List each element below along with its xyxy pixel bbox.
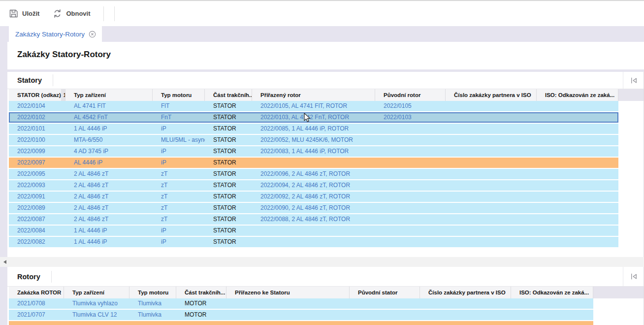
section-divider — [623, 72, 623, 89]
column-header-typ-motoru[interactable]: Typ motoru — [129, 287, 176, 298]
table-row[interactable]: 2022/0102 AL 4542 FnT FnT STATOR 2022/01… — [9, 112, 618, 124]
statory-collapse-button[interactable] — [629, 76, 644, 85]
table-row[interactable] — [9, 321, 593, 325]
table-row[interactable]: 2022/0084 1 AL 4446 iP iP STATOR — [9, 226, 618, 237]
cell-stator-link[interactable]: 2022/0089 — [9, 202, 65, 214]
cell-stator-link[interactable]: 2022/0102 — [9, 112, 65, 123]
cell-prirazeny-rotor[interactable]: 2022/0088, 2 AL 4846 zT, ROTOR — [252, 214, 375, 225]
cell-typ-motoru[interactable]: Tlumivka — [129, 309, 176, 321]
cell-typ-zarizeni[interactable]: 2 AL 4846 zT — [65, 180, 153, 191]
cell-prirazeny-rotor[interactable]: 2022/0092, 2 AL 4846 zT, ROTOR — [252, 191, 375, 202]
tab-close-icon[interactable] — [89, 31, 96, 38]
cell-prirazeny-rotor[interactable]: 2022/0094, 2 AL 4846 zT, ROTOR — [252, 180, 375, 191]
cell-stator-link[interactable]: 2022/0104 — [9, 101, 65, 112]
cell-typ-zarizeni[interactable]: 1 AL 4446 iP — [65, 225, 153, 236]
cell-prirazeny-rotor[interactable]: 2022/0103, AL 4542 FnT, ROTOR — [252, 112, 375, 123]
cell-typ-motoru[interactable]: zT — [153, 168, 205, 180]
table-row[interactable]: 2022/0082 1 AL 4446 iP iP STATOR — [9, 237, 618, 248]
table-row[interactable]: 2021/0708 Tlumivka vyhlazo Tlumivka MOTO… — [9, 298, 593, 310]
cell-stator-link[interactable]: 2022/0093 — [9, 180, 65, 191]
cell-typ-motoru[interactable]: iP — [153, 157, 205, 168]
scroll-left-icon[interactable] — [3, 260, 6, 264]
cell-stator-link[interactable]: 2022/0084 — [9, 225, 65, 236]
cell-typ-zarizeni[interactable]: 1 AL 4446 iP — [65, 123, 153, 134]
table-row[interactable]: 2022/0089 2 AL 4846 zT zT STATOR 2022/00… — [9, 203, 618, 214]
column-header-cast-trakcniho[interactable]: Část trakčníh... — [176, 287, 226, 298]
cell-prirazeny-rotor[interactable]: 2022/0083, 1 AL 4446 iP, ROTOR — [252, 146, 375, 157]
cell-prirazeny-rotor[interactable]: 2022/0105, AL 4741 FlT, ROTOR — [252, 101, 375, 112]
column-header-prirazeno-ke-statoru[interactable]: Přiřazeno ke Statoru — [226, 287, 350, 298]
cell-rotor-link[interactable]: 2021/0708 — [9, 298, 64, 309]
rotory-collapse-button[interactable] — [629, 272, 644, 281]
column-header-typ-zarizeni[interactable]: Typ zařízení — [65, 89, 153, 101]
cell-stator-link[interactable]: 2022/0100 — [9, 134, 65, 146]
column-header-cast-trakcniho[interactable]: Část trakčníh... — [205, 89, 252, 101]
cell-typ-motoru[interactable]: Tlumivka — [129, 298, 176, 309]
cell-stator-link[interactable]: 2022/0101 — [9, 123, 65, 134]
column-header-iso-odkazovan[interactable]: ISO: Odkazován ze zaká... — [537, 89, 618, 101]
cell-typ-motoru[interactable]: zT — [153, 202, 205, 214]
cell-prirazeny-rotor[interactable]: 2022/0090, 2 AL 4846 zT, ROTOR — [252, 202, 375, 214]
table-row[interactable]: 2022/0104 AL 4741 FlT FlT STATOR 2022/01… — [9, 101, 618, 112]
column-header-cislo-zakazky-iso[interactable]: Číslo zakázky partnera v ISO — [446, 89, 537, 101]
cell-rotor-link[interactable]: 2021/0707 — [9, 309, 64, 321]
cell-typ-zarizeni[interactable]: MTA-6/550 — [65, 134, 153, 146]
cell-typ-zarizeni[interactable]: 2 AL 4846 zT — [65, 168, 153, 180]
horizontal-scrollbar[interactable] — [0, 257, 644, 267]
cell-typ-motoru[interactable]: FlT — [153, 101, 205, 112]
column-header-stator-odkaz[interactable]: STATOR (odkaz) 1 — [9, 89, 65, 101]
cell-typ-motoru[interactable]: iP — [153, 123, 205, 134]
refresh-button[interactable]: Obnovit — [52, 8, 90, 19]
cell-prirazeny-rotor[interactable]: 2022/0085, 1 AL 4446 iP, ROTOR — [252, 123, 375, 134]
table-row[interactable]: 2022/0093 2 AL 4846 zT zT STATOR 2022/00… — [9, 180, 618, 192]
cell-typ-motoru[interactable]: MLU/5ML - asynch — [153, 134, 205, 146]
cell-puvodni-rotor[interactable]: 2022/0103 — [375, 112, 446, 123]
title-section: Zakázky Statory-Rotory — [7, 42, 644, 69]
cell-typ-motoru[interactable]: zT — [153, 180, 205, 191]
cell-stator-link[interactable]: 2022/0091 — [9, 191, 65, 202]
cell-typ-zarizeni[interactable]: 2 AL 4846 zT — [65, 191, 153, 202]
table-row[interactable]: 2021/0707 Tlumivka CLV 12 Tlumivka MOTOR — [9, 310, 593, 321]
cell-typ-motoru[interactable]: FnT — [153, 112, 205, 123]
table-row[interactable]: 2022/0087 2 AL 4846 zT zT STATOR 2022/00… — [9, 214, 618, 226]
column-header-typ-motoru[interactable]: Typ motoru — [153, 89, 205, 101]
cell-prirazeny-rotor[interactable]: 2022/0052, MLU 4245K/6, MOTOR — [252, 134, 375, 146]
table-row[interactable]: 2022/0095 2 AL 4846 zT zT STATOR 2022/00… — [9, 169, 618, 180]
sort-badge[interactable]: 1 — [61, 89, 65, 101]
cell-typ-motoru[interactable]: iP — [153, 225, 205, 236]
save-button[interactable]: Uložit — [8, 8, 39, 19]
cell-typ-motoru[interactable]: zT — [153, 214, 205, 225]
table-row[interactable]: 2022/0101 1 AL 4446 iP iP STATOR 2022/00… — [9, 124, 618, 135]
table-row[interactable]: 2022/0100 MTA-6/550 MLU/5ML - asynch STA… — [9, 135, 618, 146]
cell-typ-zarizeni[interactable]: AL 4542 FnT — [65, 112, 153, 123]
cell-typ-zarizeni[interactable]: 2 AL 4846 zT — [65, 214, 153, 225]
table-row[interactable]: 2022/0091 2 AL 4846 zT zT STATOR 2022/00… — [9, 192, 618, 203]
column-header-iso-odkazovan[interactable]: ISO: Odkazován ze zaká... — [511, 287, 593, 298]
table-row[interactable]: 2022/0097 AL 4446 iP iP STATOR — [9, 158, 618, 169]
column-header-puvodni-rotor[interactable]: Původní rotor — [375, 89, 446, 101]
cell-prirazeny-rotor[interactable]: 2022/0096, 2 AL 4846 zT, ROTOR — [252, 168, 375, 180]
cell-typ-zarizeni[interactable]: Tlumivka CLV 12 — [64, 309, 129, 321]
cell-typ-zarizeni[interactable]: Tlumivka vyhlazo — [64, 298, 129, 309]
cell-stator-link[interactable]: 2022/0087 — [9, 214, 65, 225]
column-header-cislo-zakazky-iso[interactable]: Číslo zakázky partnera v ISO — [420, 287, 511, 298]
tab-zakazky-statory-rotory[interactable]: Zakázky Statory-Rotory — [9, 26, 102, 42]
table-row[interactable]: 2022/0099 4 AD 3745 iP iP STATOR 2022/00… — [9, 146, 618, 158]
cell-typ-motoru[interactable]: zT — [153, 191, 205, 202]
column-header-prirazeny-rotor[interactable]: Přiřazený rotor — [252, 89, 375, 101]
cell-typ-zarizeni[interactable]: AL 4741 FlT — [65, 101, 153, 112]
column-header-typ-zarizeni[interactable]: Typ zařízení — [64, 287, 129, 298]
cell-typ-zarizeni[interactable]: AL 4446 iP — [65, 157, 153, 168]
cell-stator-link[interactable]: 2022/0082 — [9, 236, 65, 248]
cell-typ-zarizeni[interactable]: 2 AL 4846 zT — [65, 202, 153, 214]
cell-stator-link[interactable]: 2022/0097 — [9, 157, 65, 168]
cell-stator-link[interactable]: 2022/0095 — [9, 168, 65, 180]
column-header-puvodni-stator[interactable]: Původní stator — [350, 287, 420, 298]
cell-typ-zarizeni[interactable]: 1 AL 4446 iP — [65, 236, 153, 248]
cell-typ-zarizeni[interactable]: 4 AD 3745 iP — [65, 146, 153, 157]
cell-typ-motoru[interactable]: iP — [153, 146, 205, 157]
cell-stator-link[interactable]: 2022/0099 — [9, 146, 65, 157]
cell-typ-motoru[interactable]: iP — [153, 236, 205, 248]
column-header-zakazka-rotor[interactable]: Zakázka ROTOR — [9, 287, 64, 298]
cell-puvodni-rotor[interactable]: 2022/0105 — [375, 101, 446, 112]
